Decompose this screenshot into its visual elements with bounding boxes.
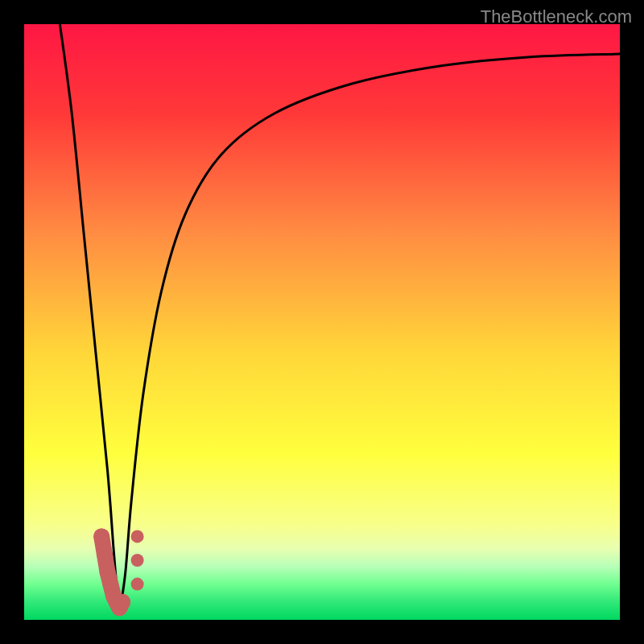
marker-bottom-markers-right bbox=[131, 578, 144, 591]
marker-bottom-markers-left bbox=[93, 528, 109, 544]
marker-bottom-markers-left bbox=[114, 594, 130, 610]
marker-bottom-markers-right bbox=[131, 554, 144, 567]
marker-bottom-markers-left bbox=[97, 547, 113, 563]
curve-left-curve bbox=[60, 24, 119, 614]
curve-right-curve bbox=[119, 54, 620, 614]
marker-bottom-markers-right bbox=[131, 530, 144, 543]
chart-container bbox=[24, 24, 620, 620]
watermark-text: TheBottleneck.com bbox=[481, 6, 632, 27]
curve-plot bbox=[24, 24, 620, 620]
